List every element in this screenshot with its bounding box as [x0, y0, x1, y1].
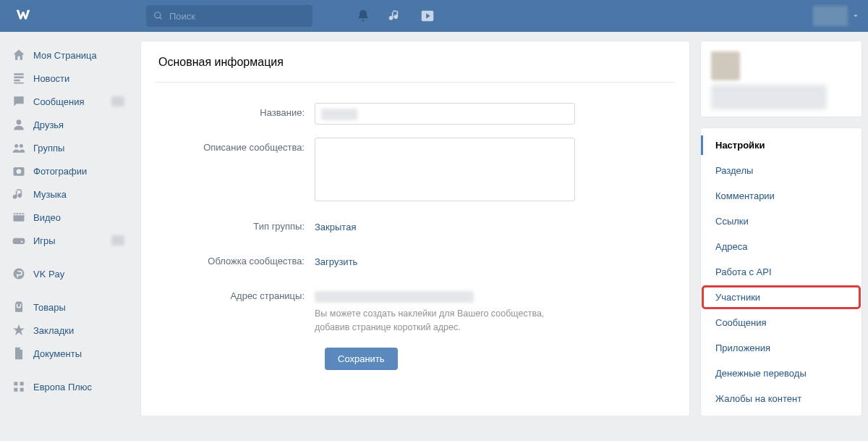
sidebar-item-shop[interactable]: Товары: [6, 295, 130, 319]
label-cover: Обложка сообщества:: [156, 251, 315, 273]
address-value: [315, 291, 474, 303]
news-icon: [12, 71, 26, 85]
sidebar-label: Сообщения: [33, 96, 85, 107]
top-bar: Поиск: [0, 0, 868, 32]
pay-icon: [12, 266, 26, 281]
page-title: Основная информация: [156, 56, 675, 83]
vk-logo[interactable]: [9, 6, 38, 26]
settings-menu-item[interactable]: Участники: [701, 285, 861, 310]
label-desc: Описание сообщества:: [156, 138, 315, 203]
search-input[interactable]: Поиск: [146, 5, 312, 27]
search-placeholder: Поиск: [169, 11, 195, 22]
settings-menu-item[interactable]: Адреса: [701, 234, 861, 259]
label-type: Тип группы:: [156, 217, 315, 238]
settings-menu-item[interactable]: Разделы: [701, 158, 861, 183]
right-column: НастройкиРазделыКомментарииСсылкиАдресаР…: [700, 41, 862, 416]
svg-rect-13: [14, 388, 17, 392]
sidebar-item-star[interactable]: Закладки: [6, 319, 130, 342]
svg-point-4: [14, 144, 18, 148]
photos-icon: [12, 164, 26, 178]
sidebar-label: Группы: [33, 143, 64, 154]
sidebar-item-friends[interactable]: Друзья: [6, 113, 130, 136]
video-icon: [12, 210, 26, 224]
settings-menu: НастройкиРазделыКомментарииСсылкиАдресаР…: [700, 127, 862, 416]
games-icon: [12, 233, 26, 248]
sidebar-item-docs[interactable]: Документы: [6, 342, 130, 365]
sidebar-item-grid[interactable]: Европа Плюс: [6, 375, 130, 398]
friends-icon: [12, 117, 26, 132]
svg-point-0: [155, 12, 161, 18]
sidebar-item-video[interactable]: Видео: [6, 206, 130, 229]
settings-menu-item[interactable]: Ссылки: [701, 209, 861, 234]
sidebar-label: Фотографии: [33, 166, 87, 177]
chevron-down-icon: [852, 12, 859, 20]
user-avatar: [813, 6, 848, 26]
community-name: [711, 85, 827, 109]
sidebar-item-news[interactable]: Новости: [6, 67, 130, 90]
grid-icon: [12, 379, 26, 394]
sidebar-label: Закладки: [33, 325, 74, 336]
star-icon: [12, 323, 26, 337]
sidebar-label: Товары: [33, 302, 66, 313]
label-addr: Адрес страницы:: [156, 286, 315, 335]
address-hint: Вы можете создать наклейки для Вашего со…: [315, 307, 575, 335]
svg-point-7: [17, 169, 22, 175]
left-sidebar: Моя Страница Новости Сообщения Друзья Гр…: [6, 41, 130, 416]
group-type-link[interactable]: Закрытая: [315, 217, 356, 238]
play-icon[interactable]: [420, 8, 435, 24]
label-name: Название:: [156, 103, 315, 125]
settings-menu-item[interactable]: Настройки: [701, 133, 861, 158]
docs-icon: [12, 346, 26, 361]
sidebar-item-games[interactable]: Игры: [6, 229, 130, 252]
name-input[interactable]: [315, 103, 575, 125]
svg-point-5: [20, 144, 23, 148]
sidebar-label: Друзья: [33, 119, 64, 130]
sidebar-item-home[interactable]: Моя Страница: [6, 43, 130, 67]
svg-rect-12: [20, 382, 24, 385]
home-icon: [12, 48, 26, 62]
music-icon: [12, 187, 26, 201]
shop-icon: [12, 300, 26, 314]
community-avatar: [711, 51, 740, 80]
top-icons: [356, 8, 435, 24]
user-menu[interactable]: [813, 6, 859, 26]
svg-point-3: [17, 119, 22, 125]
description-textarea[interactable]: [315, 138, 575, 201]
sidebar-label: Европа Плюс: [33, 382, 92, 392]
upload-cover-link[interactable]: Загрузить: [315, 251, 357, 273]
bell-icon[interactable]: [356, 9, 370, 23]
svg-line-1: [160, 17, 162, 20]
svg-point-10: [14, 269, 25, 280]
sidebar-label: Моя Страница: [33, 50, 97, 61]
sidebar-label: Документы: [33, 348, 82, 359]
svg-point-9: [21, 240, 23, 243]
settings-menu-item[interactable]: Комментарии: [701, 183, 861, 209]
sidebar-label: Видео: [33, 212, 61, 223]
community-card[interactable]: [700, 41, 862, 117]
sidebar-item-msg[interactable]: Сообщения: [6, 90, 130, 113]
settings-menu-item[interactable]: Сообщения: [701, 310, 861, 335]
sidebar-label: Игры: [33, 235, 56, 246]
main-panel: Основная информация Название: Описание с…: [140, 41, 690, 416]
sidebar-label: Новости: [33, 73, 69, 84]
settings-menu-item[interactable]: Приложения: [701, 335, 861, 361]
sidebar-label: VK Pay: [33, 269, 64, 280]
svg-rect-14: [20, 388, 24, 392]
sidebar-item-music[interactable]: Музыка: [6, 182, 130, 206]
svg-rect-11: [14, 382, 17, 385]
settings-menu-item[interactable]: Денежные переводы: [701, 361, 861, 386]
settings-menu-item[interactable]: Работа с API: [701, 259, 861, 285]
sidebar-item-photos[interactable]: Фотографии: [6, 159, 130, 182]
msg-icon: [12, 94, 26, 109]
music-icon[interactable]: [388, 9, 402, 23]
settings-menu-item[interactable]: Жалобы на контент: [701, 386, 861, 411]
sidebar-item-groups[interactable]: Группы: [6, 136, 130, 159]
groups-icon: [12, 140, 26, 155]
sidebar-label: Музыка: [33, 189, 67, 200]
sidebar-item-pay[interactable]: VK Pay: [6, 262, 130, 285]
save-button[interactable]: Сохранить: [325, 348, 398, 370]
